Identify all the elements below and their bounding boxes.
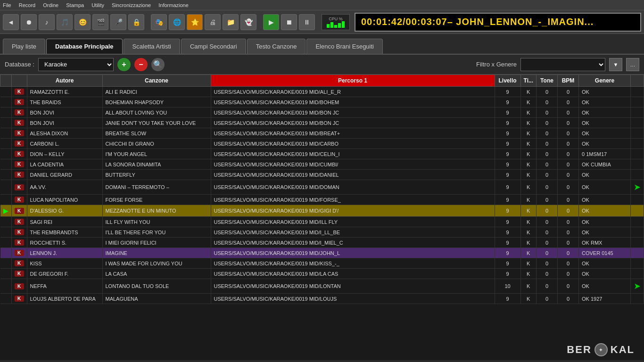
row-bpm: 0: [558, 118, 579, 128]
row-side-arrow: [631, 139, 644, 149]
menu-informazione[interactable]: Informazione: [158, 2, 189, 8]
tab-campi-secondari[interactable]: Campi Secondari: [181, 39, 246, 54]
table-row[interactable]: KBON JOVIJANIE DON'T YOU TAKE YOUR LOVEU…: [0, 118, 644, 128]
col-header-livello[interactable]: Livello: [495, 75, 520, 87]
table-row[interactable]: KAA.VV.DOMANI – TERREMOTO –USERS/SALVO/M…: [0, 180, 644, 195]
row-bpm: 0: [558, 279, 579, 294]
filtro-options-button[interactable]: ▼: [609, 58, 622, 71]
row-tone: 0: [537, 258, 558, 269]
toolbar-btn-13[interactable]: 📁: [223, 14, 239, 30]
table-row[interactable]: KDION – KELLYI'M YOUR ANGELUSERS/SALVO/M…: [0, 149, 644, 159]
table-row[interactable]: KDANIEL GERARDBUTTERFLYUSERS/SALVO/MUSIC…: [0, 170, 644, 180]
menu-utility[interactable]: Utility: [91, 2, 104, 8]
row-genere: OK: [579, 97, 631, 107]
menu-file[interactable]: File: [3, 2, 11, 8]
row-play-indicator: [0, 217, 12, 227]
row-canzone: MALAGUENA: [102, 294, 211, 304]
toolbar-play-btn[interactable]: ▶: [263, 14, 279, 30]
toolbar-btn-16[interactable]: ⏸: [299, 14, 315, 30]
col-header-tone[interactable]: Tone: [537, 75, 558, 87]
tab-scaletta-artisti[interactable]: Scaletta Artisti: [124, 39, 180, 54]
row-canzone: I'M YOUR ANGEL: [102, 149, 211, 159]
search-record-button[interactable]: 🔍: [151, 58, 165, 71]
cpu-bar-2: [330, 22, 333, 28]
col-header-autore[interactable]: Autore: [27, 75, 102, 87]
database-select[interactable]: Karaoke: [38, 58, 114, 71]
table-row[interactable]: KLENNON J.IMAGINEUSERS/SALVO/MUSIC/KARAO…: [0, 248, 644, 258]
table-row[interactable]: KTHE BRAIDSBOHEMIAN RHAPSODYUSERS/SALVO/…: [0, 97, 644, 107]
toolbar-btn-10[interactable]: 🌐: [169, 14, 185, 30]
tab-database-principale[interactable]: Database Principale: [46, 39, 123, 54]
filtro-action-button[interactable]: …: [626, 58, 639, 71]
row-play-indicator: ▶: [0, 205, 12, 217]
toolbar-btn-5[interactable]: 😊: [74, 14, 91, 30]
toolbar-btn-3[interactable]: ♪: [39, 14, 55, 30]
table-row[interactable]: KDE GREGORI F.LA CASAUSERS/SALVO/MUSIC/K…: [0, 269, 644, 279]
tab-play-liste[interactable]: Play liste: [3, 39, 45, 54]
add-record-button[interactable]: +: [117, 58, 131, 71]
tab-testo-canzone[interactable]: Testo Canzone: [247, 39, 306, 54]
row-ti: K: [520, 238, 536, 248]
row-genere: OK: [579, 118, 631, 128]
toolbar-btn-9[interactable]: 🎭: [151, 14, 167, 30]
table-row[interactable]: KRAMAZZOTTI E.ALI E RADICIUSERS/SALVO/MU…: [0, 87, 644, 97]
row-bpm: 0: [558, 97, 579, 107]
col-header-genere[interactable]: Genere: [579, 75, 631, 87]
row-autore: DION – KELLY: [27, 149, 102, 159]
col-header-canzone[interactable]: Canzone: [102, 75, 211, 87]
table-row[interactable]: KBON JOVIALL ABOUT LOVING YOUUSERS/SALVO…: [0, 107, 644, 118]
table-row[interactable]: KKISSI WAS MADE FOR LOVING YOUUSERS/SALV…: [0, 258, 644, 269]
row-percorso: USERS/SALVO/MUSIC/KARAOKE/0019 MID/JOHN_…: [211, 248, 495, 258]
table-row[interactable]: KTHE REMBRANDTSI'LL BE THERE FOR YOUUSER…: [0, 227, 644, 238]
row-bpm: 0: [558, 227, 579, 238]
row-canzone: I'LL BE THERE FOR YOU: [102, 227, 211, 238]
row-autore: ALESHA DIXON: [27, 128, 102, 139]
toolbar-btn-15[interactable]: ⏹: [281, 14, 297, 30]
row-percorso: USERS/SALVO/MUSIC/KARAOKE/0019 MID/DOMAN: [211, 180, 495, 195]
row-play-indicator: [0, 128, 12, 139]
remove-record-button[interactable]: −: [134, 58, 148, 71]
row-ti: K: [520, 97, 536, 107]
toolbar-btn-7[interactable]: 🎤: [110, 14, 126, 30]
table-row[interactable]: KLOUJS ALBERTO DE PARAMALAGUENAUSERS/SAL…: [0, 294, 644, 304]
row-play-indicator: [0, 97, 12, 107]
col-header-ti[interactable]: Ti...: [520, 75, 536, 87]
toolbar-btn-4[interactable]: 🎵: [57, 14, 73, 30]
toolbar-btn-1[interactable]: ◄: [3, 14, 19, 30]
table-row[interactable]: KLUCA NAPOLITANOFORSE FORSEUSERS/SALVO/M…: [0, 195, 644, 205]
tab-elenco-brani[interactable]: Elenco Brani Eseguiti: [306, 39, 383, 54]
row-livello: 9: [495, 195, 520, 205]
toolbar-btn-6[interactable]: 🎬: [92, 14, 108, 30]
row-play-indicator: [0, 180, 12, 195]
table-row[interactable]: KSAGI REIILL FLY WITH YOUUSERS/SALVO/MUS…: [0, 217, 644, 227]
row-autore: LOUJS ALBERTO DE PARA: [27, 294, 102, 304]
menu-sincronizzazione[interactable]: Sincronizzazione: [112, 2, 151, 8]
toolbar-btn-14[interactable]: 👻: [240, 14, 256, 30]
menu-ordine[interactable]: Ordine: [43, 2, 58, 8]
table-row[interactable]: KROCCHETTI S.I MIEI GIORNI FELICIUSERS/S…: [0, 238, 644, 248]
row-type-icon: K: [11, 227, 27, 238]
table-row[interactable]: KALESHA DIXONBREATHE SLOWUSERS/SALVO/MUS…: [0, 128, 644, 139]
col-header-bpm[interactable]: BPM: [558, 75, 579, 87]
table-row[interactable]: ▶KD'ALESSIO G.MEZZANOTTE E UN MINUTOUSER…: [0, 205, 644, 217]
song-table: Autore Canzone Percorso 1 Livello Ti... …: [0, 74, 644, 304]
toolbar-btn-8[interactable]: 🔒: [128, 14, 144, 30]
toolbar-btn-12[interactable]: 🖨: [205, 14, 221, 30]
row-livello: 9: [495, 180, 520, 195]
menu-stampa[interactable]: Stampa: [66, 2, 84, 8]
row-ti: K: [520, 118, 536, 128]
toolbar-btn-11[interactable]: ⭐: [187, 14, 203, 30]
song-table-container[interactable]: Autore Canzone Percorso 1 Livello Ti... …: [0, 74, 644, 360]
table-row[interactable]: KCARBONI L.CHICCHI DI GRANOUSERS/SALVO/M…: [0, 139, 644, 149]
table-row[interactable]: KLA CADENTIALA SONORA DINAMITAUSERS/SALV…: [0, 159, 644, 170]
table-row[interactable]: KNEFFALONTANO DAL TUO SOLEUSERS/SALVO/MU…: [0, 279, 644, 294]
row-side-arrow: [631, 205, 644, 217]
row-ti: K: [520, 248, 536, 258]
filtro-select[interactable]: [520, 58, 605, 71]
row-percorso: USERS/SALVO/MUSIC/KARAOKE/0019 MID/ALI_E…: [211, 87, 495, 97]
row-livello: 9: [495, 118, 520, 128]
toolbar-btn-2[interactable]: ⏺: [21, 14, 37, 30]
menu-record[interactable]: Record: [19, 2, 35, 8]
col-header-percorso[interactable]: Percorso 1: [211, 75, 495, 87]
row-canzone: LA SONORA DINAMITA: [102, 159, 211, 170]
